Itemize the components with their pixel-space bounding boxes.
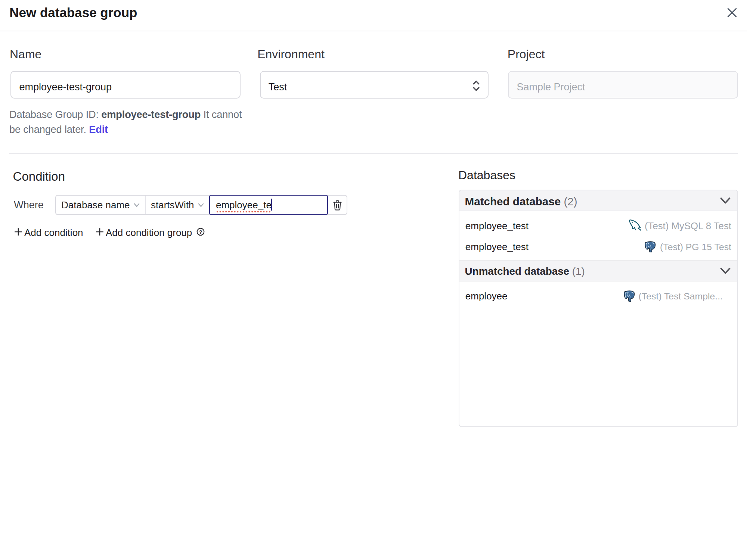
svg-text:?: ? <box>199 228 202 235</box>
